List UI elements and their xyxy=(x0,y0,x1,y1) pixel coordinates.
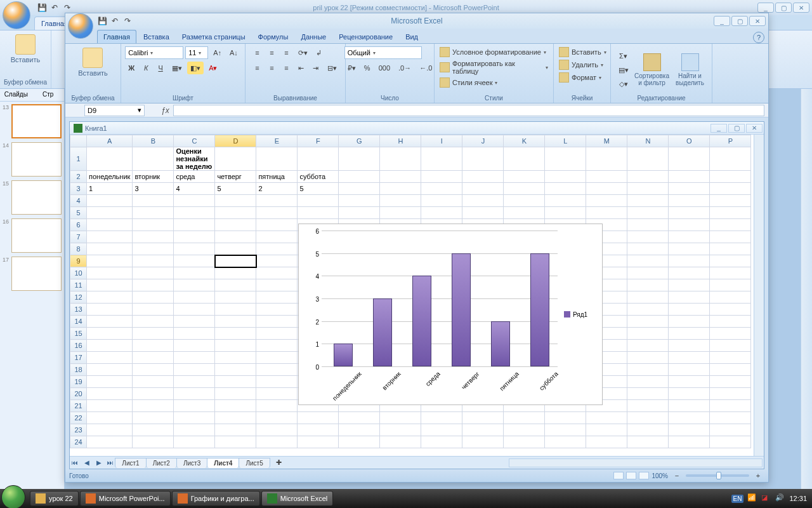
tab-Вставка[interactable]: Вставка xyxy=(138,30,175,43)
orientation-button[interactable]: ⟳▾ xyxy=(295,46,311,59)
tab-Рецензирование[interactable]: Рецензирование xyxy=(333,30,398,43)
wb-close-button[interactable]: ✕ xyxy=(746,124,763,133)
minimize-button[interactable]: _ xyxy=(757,3,774,13)
fill-button[interactable]: ▤▾ xyxy=(615,64,632,76)
maximize-button[interactable]: ▢ xyxy=(775,3,792,13)
first-sheet-button[interactable]: ⏮ xyxy=(70,459,80,466)
font-color-button[interactable]: A▾ xyxy=(206,62,220,74)
office-button[interactable] xyxy=(68,13,93,39)
view-layout-button[interactable] xyxy=(626,472,636,479)
indent-inc-button[interactable]: ⇥ xyxy=(310,62,322,74)
slide-thumbnail[interactable]: 16 xyxy=(3,218,62,253)
taskbar-item[interactable]: Microsoft PowerPoi... xyxy=(80,491,171,506)
zoom-in-button[interactable]: + xyxy=(752,469,764,482)
slide-thumbnail[interactable]: 17 xyxy=(3,257,62,291)
border-button[interactable]: ▦▾ xyxy=(169,62,185,74)
xl-scrollbar-v[interactable] xyxy=(754,135,764,456)
autosum-button[interactable]: Σ▾ xyxy=(615,50,632,62)
inc-decimal-button[interactable]: .0→ xyxy=(395,62,414,74)
view-pagebreak-button[interactable] xyxy=(639,472,649,479)
tab-Формулы[interactable]: Формулы xyxy=(252,30,294,43)
network-icon[interactable]: 📶 xyxy=(747,493,757,504)
merge-button[interactable]: ⊟▾ xyxy=(324,62,340,74)
format-cells-button[interactable]: Формат▾ xyxy=(558,72,603,83)
number-format-dropdown[interactable]: Общий▾ xyxy=(344,46,422,59)
conditional-formatting-button[interactable]: Условное форматирование▾ xyxy=(438,46,547,58)
view-normal-button[interactable] xyxy=(613,472,624,479)
clear-button[interactable]: ◇▾ xyxy=(615,77,632,90)
zoom-out-button[interactable]: − xyxy=(671,469,683,482)
wrap-text-button[interactable]: ↲ xyxy=(313,46,325,59)
tab-Главная[interactable]: Главная xyxy=(97,30,136,43)
grow-font-button[interactable]: A↑ xyxy=(210,46,225,59)
taskbar-item[interactable]: Microsoft Excel xyxy=(261,491,334,506)
sheet-tab[interactable]: Лист1 xyxy=(115,458,146,468)
slide-thumbnail[interactable]: 13 xyxy=(3,104,62,138)
italic-button[interactable]: К xyxy=(140,62,152,74)
taskbar-item[interactable]: Графики и диагра... xyxy=(172,491,260,506)
dec-decimal-button[interactable]: ←.0 xyxy=(416,62,435,74)
insert-cells-button[interactable]: Вставить▾ xyxy=(558,46,608,58)
redo-icon[interactable]: ↷ xyxy=(62,3,72,13)
outline-tab[interactable]: Стр xyxy=(32,89,65,101)
close-button[interactable]: ✕ xyxy=(793,3,809,13)
clock[interactable]: 12:31 xyxy=(789,495,807,502)
sort-filter-button[interactable]: Сортировка и фильтр xyxy=(633,52,671,88)
chart-object[interactable]: 0123456понедельниквторниксредачетвергпят… xyxy=(298,224,603,405)
undo-icon[interactable]: ↶ xyxy=(49,3,60,13)
fx-icon[interactable]: ƒx xyxy=(161,106,169,115)
paste-button[interactable]: Вставить xyxy=(75,46,110,78)
align-center-button[interactable]: ≡ xyxy=(266,62,278,74)
fill-color-button[interactable]: ◧▾ xyxy=(187,62,204,74)
shrink-font-button[interactable]: A↓ xyxy=(226,46,241,59)
format-as-table-button[interactable]: Форматировать как таблицу▾ xyxy=(438,59,549,76)
underline-button[interactable]: Ч xyxy=(154,62,167,74)
font-size-dropdown[interactable]: 11▾ xyxy=(185,46,208,59)
find-select-button[interactable]: Найти и выделить xyxy=(672,52,708,88)
start-button[interactable] xyxy=(1,485,25,508)
currency-button[interactable]: ₽▾ xyxy=(344,62,359,74)
spreadsheet-grid[interactable]: ABCDEFGHIJKLMNOP1Оценки незнайки за неде… xyxy=(70,135,754,456)
align-btm-button[interactable]: ≡ xyxy=(280,46,293,59)
slides-tab[interactable]: Слайды xyxy=(0,89,32,101)
formula-input[interactable] xyxy=(173,105,764,116)
last-sheet-button[interactable]: ⏭ xyxy=(105,459,115,466)
office-button[interactable] xyxy=(3,1,30,29)
help-button[interactable]: ? xyxy=(753,32,764,43)
tab-Вид[interactable]: Вид xyxy=(400,30,424,43)
bold-button[interactable]: Ж xyxy=(125,62,138,74)
tab-Разметка страницы[interactable]: Разметка страницы xyxy=(176,30,251,43)
font-name-dropdown[interactable]: Calibri▾ xyxy=(125,46,183,59)
align-top-button[interactable]: ≡ xyxy=(251,46,264,59)
xl-scrollbar-h[interactable] xyxy=(509,458,763,467)
percent-button[interactable]: % xyxy=(361,62,374,74)
volume-icon[interactable]: 🔊 xyxy=(775,493,785,504)
save-icon[interactable]: 💾 xyxy=(37,3,47,13)
next-sheet-button[interactable]: ▶ xyxy=(94,459,104,466)
align-mid-button[interactable]: ≡ xyxy=(266,46,278,59)
xl-zoom-slider[interactable] xyxy=(686,474,749,477)
paste-button[interactable]: Вставить xyxy=(8,33,43,65)
taskbar-item[interactable]: урок 22 xyxy=(30,491,79,506)
sheet-tab[interactable]: Лист5 xyxy=(239,458,270,468)
wb-maximize-button[interactable]: ▢ xyxy=(728,124,745,133)
align-right-button[interactable]: ≡ xyxy=(280,62,293,74)
delete-cells-button[interactable]: Удалить▾ xyxy=(558,59,605,70)
prev-sheet-button[interactable]: ◀ xyxy=(82,459,92,466)
sheet-tab[interactable]: Лист4 xyxy=(207,458,239,468)
comma-button[interactable]: 000 xyxy=(376,62,393,74)
slide-thumbnail[interactable]: 15 xyxy=(3,180,62,215)
language-indicator[interactable]: EN xyxy=(731,495,744,503)
sheet-tab[interactable]: Лист2 xyxy=(146,458,177,468)
tab-Данные[interactable]: Данные xyxy=(295,30,332,43)
slide-thumbnail[interactable]: 14 xyxy=(3,142,62,177)
name-box[interactable]: D9▾ xyxy=(84,105,145,116)
align-left-button[interactable]: ≡ xyxy=(251,62,264,74)
sheet-tab[interactable]: Лист3 xyxy=(176,458,207,468)
pp-scrollbar[interactable] xyxy=(801,89,812,495)
new-sheet-button[interactable]: ✚ xyxy=(273,457,285,469)
security-icon[interactable]: ◪ xyxy=(761,493,771,504)
wb-minimize-button[interactable]: _ xyxy=(710,124,727,133)
cell-styles-button[interactable]: Стили ячеек▾ xyxy=(438,77,499,88)
indent-dec-button[interactable]: ⇤ xyxy=(295,62,308,74)
